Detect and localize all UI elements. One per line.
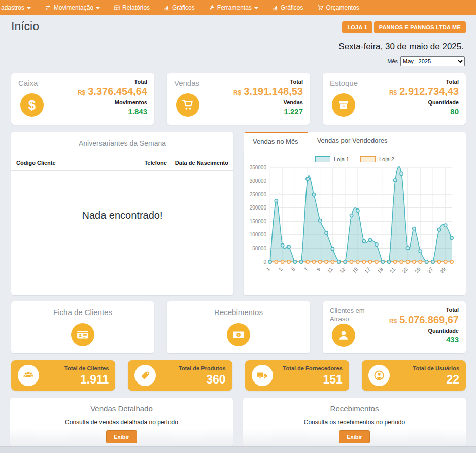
tab-vendas-por-vendedores[interactable]: Vendas por Vendedores — [308, 132, 397, 149]
svg-text:300000: 300000 — [250, 178, 267, 184]
caret-down-icon — [254, 7, 258, 9]
svg-text:21: 21 — [389, 266, 397, 274]
sales-tabs: Vendas no Mês Vendas por Vendedores — [244, 132, 466, 149]
month-select[interactable]: May - 2025 — [400, 56, 465, 66]
svg-text:100000: 100000 — [250, 232, 267, 237]
caixa-card[interactable]: Caixa $ Total R$3.376.454,64 Movimentos … — [11, 73, 154, 125]
legend-item-loja1[interactable]: Loja 1 — [315, 156, 349, 162]
svg-text:13: 13 — [338, 266, 347, 274]
legend-item-loja2[interactable]: Loja 2 — [360, 156, 394, 162]
total-label: Total — [233, 79, 303, 85]
nav-item-movimentacao[interactable]: Movimentação — [45, 4, 100, 11]
estoque-card[interactable]: Estoque Total R$2.912.734,43 Quantidade … — [323, 73, 466, 125]
birthdays-table-header: Código Cliente Telefone Data de Nascimen… — [11, 154, 233, 171]
user-circle-icon — [368, 365, 390, 386]
exibir-recebimentos-button[interactable]: Exibir — [339, 430, 370, 443]
truck-icon — [252, 365, 273, 386]
total-value: R$3.376.454,64 — [78, 86, 147, 97]
nav-item-cadastros[interactable]: adastros — [1, 4, 31, 11]
svg-text:1: 1 — [237, 333, 240, 337]
company-button[interactable]: PANNOS E PANNOS LTDA ME — [374, 21, 466, 33]
total-usuarios-card[interactable]: Total de Usuários 22 — [362, 360, 466, 391]
count-label: Vendas — [233, 99, 303, 106]
month-label: Mês — [387, 58, 398, 64]
current-date: Sexta-feira, 30 de maio de 2025. — [0, 42, 476, 52]
count-value: 80 — [389, 107, 459, 116]
nav-item-label: Movimentação — [54, 4, 93, 11]
footer-strip — [0, 446, 476, 453]
vendas-card[interactable]: Vendas Total R$3.191.148,53 Vendas 1.227 — [167, 73, 310, 125]
stat-value: 22 — [446, 373, 459, 387]
svg-text:9: 9 — [315, 266, 321, 272]
exibir-vendas-button[interactable]: Exibir — [106, 430, 137, 443]
svg-text:27: 27 — [426, 266, 434, 274]
count-value: 433 — [389, 335, 459, 344]
chart-legend: Loja 1 Loja 2 — [244, 156, 466, 162]
count-value: 1.843 — [78, 107, 147, 116]
total-value: R$5.076.869,67 — [389, 314, 459, 326]
nav-item-label: Relatórios — [122, 4, 150, 11]
legend-label: Loja 1 — [334, 156, 349, 162]
birthdays-title: Aniversariantes da Semana — [11, 132, 233, 154]
person-icon — [332, 324, 355, 347]
total-clientes-card[interactable]: Total de Clientes 1.911 — [11, 360, 115, 391]
ficha-de-clientes-card[interactable]: Ficha de Clientes — [11, 301, 154, 353]
nav-item-graficos-1[interactable]: Gráficos — [163, 4, 195, 11]
panel-description: Consulta de vendas detalhada no período — [10, 419, 233, 426]
column-data-nascimento: Data de Nascimento — [175, 160, 228, 166]
count-value: 1.227 — [233, 107, 303, 116]
svg-text:50000: 50000 — [252, 246, 266, 251]
tab-vendas-no-mes[interactable]: Vendas no Mês — [244, 132, 308, 149]
wrench-icon — [209, 5, 215, 11]
count-label: Quantidade — [389, 328, 459, 334]
svg-text:15: 15 — [351, 266, 359, 274]
nav-item-graficos-2[interactable]: Gráficos — [272, 4, 303, 11]
svg-text:150000: 150000 — [250, 219, 267, 224]
svg-text:200000: 200000 — [250, 205, 267, 211]
card-title: Recebimentos — [167, 308, 310, 317]
empty-message: Nada encontrado! — [11, 210, 233, 221]
sales-area-chart: 0500001000001500002000002500003000003500… — [244, 162, 466, 287]
total-fornecedores-card[interactable]: Total de Fornecedores 151 — [245, 360, 349, 391]
page-title: Início — [11, 20, 39, 33]
column-codigo-cliente: Código Cliente — [16, 160, 56, 166]
store-button[interactable]: LOJA 1 — [342, 21, 372, 33]
recebimentos-card[interactable]: Recebimentos 1 — [167, 301, 310, 353]
svg-text:11: 11 — [326, 266, 334, 274]
total-value: R$2.912.734,43 — [389, 86, 459, 97]
exchange-icon — [45, 5, 51, 11]
column-telefone: Telefone — [144, 160, 166, 166]
svg-text:25: 25 — [414, 266, 422, 274]
nav-item-ferramentas[interactable]: Ferramentas — [209, 4, 258, 11]
stat-value: 151 — [323, 373, 342, 387]
nav-item-label: adastros — [1, 4, 24, 11]
id-card-icon — [71, 323, 94, 346]
panel-title: Recebimentos — [243, 404, 466, 413]
svg-text:0: 0 — [263, 259, 266, 265]
stat-value: 360 — [206, 373, 225, 387]
cart-icon — [317, 5, 324, 11]
nav-item-orcamentos[interactable]: Orçamentos — [317, 4, 359, 11]
sales-chart-panel: Loja 1 Loja 2 05000010000015000020000025… — [244, 149, 466, 295]
svg-text:29: 29 — [439, 266, 447, 274]
tag-icon — [134, 365, 156, 386]
count-label: Movimentos — [78, 99, 147, 106]
caret-down-icon — [27, 7, 31, 9]
svg-text:17: 17 — [363, 266, 371, 274]
birthdays-panel: Aniversariantes da Semana Código Cliente… — [11, 132, 233, 295]
vendas-detalhado-panel: Vendas Detalhado Consulta de vendas deta… — [10, 398, 233, 447]
stat-label: Total de Produtos — [179, 365, 226, 371]
nav-item-relatorios[interactable]: Relatórios — [114, 4, 150, 11]
sales-chart-section: Vendas no Mês Vendas por Vendedores Loja… — [244, 132, 466, 295]
svg-text:3: 3 — [278, 266, 284, 272]
bar-chart-icon — [272, 5, 278, 11]
total-label: Total — [389, 307, 459, 313]
svg-text:250000: 250000 — [250, 192, 267, 197]
dashboard-page: adastros Movimentação Relatórios Gráfico… — [0, 0, 476, 453]
legend-swatch-loja2 — [360, 156, 376, 162]
total-produtos-card[interactable]: Total de Produtos 360 — [128, 360, 232, 391]
clientes-em-atraso-card[interactable]: Clientes em Atraso Total R$5.076.869,67 … — [323, 301, 466, 353]
legend-swatch-loja1 — [315, 156, 330, 162]
dollar-icon: $ — [20, 93, 44, 117]
svg-text:23: 23 — [401, 266, 410, 274]
